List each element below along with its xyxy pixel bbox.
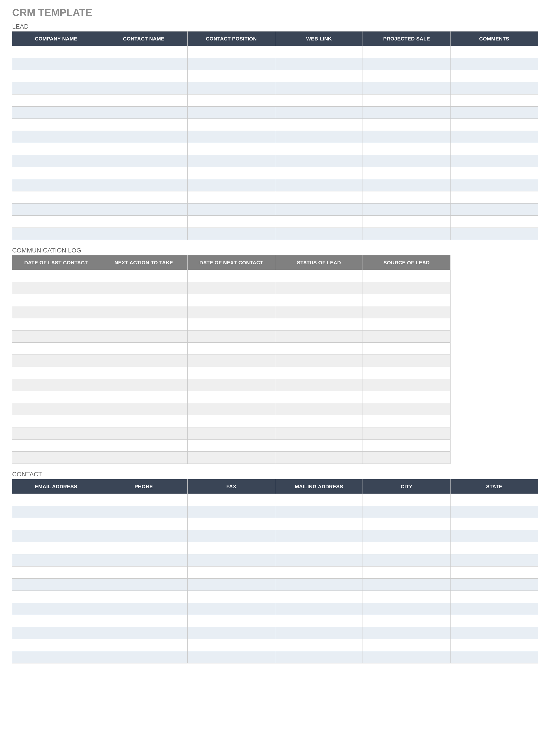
table-cell[interactable] xyxy=(450,82,538,95)
table-cell[interactable] xyxy=(100,131,187,143)
table-cell[interactable] xyxy=(100,379,187,391)
table-cell[interactable] xyxy=(100,191,187,203)
table-cell[interactable] xyxy=(12,282,100,294)
table-cell[interactable] xyxy=(363,591,450,603)
table-cell[interactable] xyxy=(12,555,100,567)
table-cell[interactable] xyxy=(12,155,100,167)
table-cell[interactable] xyxy=(275,203,363,216)
table-cell[interactable] xyxy=(275,131,363,143)
table-cell[interactable] xyxy=(363,143,450,155)
table-cell[interactable] xyxy=(187,391,275,403)
table-cell[interactable] xyxy=(12,639,100,651)
table-cell[interactable] xyxy=(187,318,275,331)
table-cell[interactable] xyxy=(187,367,275,379)
table-cell[interactable] xyxy=(363,306,450,318)
table-cell[interactable] xyxy=(363,131,450,143)
table-cell[interactable] xyxy=(187,46,275,58)
table-cell[interactable] xyxy=(100,542,187,555)
table-cell[interactable] xyxy=(450,506,538,518)
table-cell[interactable] xyxy=(187,415,275,427)
table-cell[interactable] xyxy=(363,494,450,506)
table-cell[interactable] xyxy=(100,506,187,518)
table-cell[interactable] xyxy=(187,203,275,216)
table-cell[interactable] xyxy=(450,191,538,203)
table-cell[interactable] xyxy=(450,567,538,579)
table-cell[interactable] xyxy=(450,95,538,107)
table-cell[interactable] xyxy=(187,355,275,367)
table-cell[interactable] xyxy=(187,639,275,651)
table-cell[interactable] xyxy=(187,518,275,530)
table-cell[interactable] xyxy=(12,107,100,119)
table-cell[interactable] xyxy=(363,203,450,216)
table-cell[interactable] xyxy=(12,82,100,95)
table-cell[interactable] xyxy=(12,191,100,203)
table-cell[interactable] xyxy=(100,651,187,663)
table-cell[interactable] xyxy=(12,294,100,306)
table-cell[interactable] xyxy=(275,530,363,542)
table-cell[interactable] xyxy=(275,95,363,107)
table-cell[interactable] xyxy=(363,46,450,58)
table-cell[interactable] xyxy=(187,107,275,119)
table-cell[interactable] xyxy=(100,119,187,131)
table-cell[interactable] xyxy=(450,216,538,228)
table-cell[interactable] xyxy=(450,143,538,155)
table-cell[interactable] xyxy=(450,155,538,167)
table-cell[interactable] xyxy=(275,391,363,403)
table-cell[interactable] xyxy=(275,306,363,318)
table-cell[interactable] xyxy=(12,331,100,343)
table-cell[interactable] xyxy=(187,155,275,167)
table-cell[interactable] xyxy=(12,306,100,318)
table-cell[interactable] xyxy=(275,567,363,579)
table-cell[interactable] xyxy=(187,403,275,415)
table-cell[interactable] xyxy=(12,452,100,464)
table-cell[interactable] xyxy=(187,143,275,155)
table-cell[interactable] xyxy=(363,270,450,282)
table-cell[interactable] xyxy=(275,343,363,355)
table-cell[interactable] xyxy=(275,282,363,294)
table-cell[interactable] xyxy=(187,440,275,452)
table-cell[interactable] xyxy=(275,294,363,306)
table-cell[interactable] xyxy=(275,651,363,663)
table-cell[interactable] xyxy=(275,427,363,440)
table-cell[interactable] xyxy=(450,228,538,240)
table-cell[interactable] xyxy=(363,615,450,627)
table-cell[interactable] xyxy=(450,579,538,591)
table-cell[interactable] xyxy=(12,567,100,579)
table-cell[interactable] xyxy=(187,343,275,355)
table-cell[interactable] xyxy=(275,119,363,131)
table-cell[interactable] xyxy=(363,579,450,591)
table-cell[interactable] xyxy=(100,46,187,58)
table-cell[interactable] xyxy=(100,452,187,464)
table-cell[interactable] xyxy=(275,603,363,615)
table-cell[interactable] xyxy=(275,216,363,228)
table-cell[interactable] xyxy=(187,306,275,318)
table-cell[interactable] xyxy=(12,518,100,530)
table-cell[interactable] xyxy=(100,555,187,567)
table-cell[interactable] xyxy=(187,131,275,143)
table-cell[interactable] xyxy=(100,270,187,282)
table-cell[interactable] xyxy=(12,58,100,70)
table-cell[interactable] xyxy=(12,391,100,403)
table-cell[interactable] xyxy=(100,306,187,318)
table-cell[interactable] xyxy=(363,639,450,651)
table-cell[interactable] xyxy=(363,427,450,440)
table-cell[interactable] xyxy=(12,440,100,452)
table-cell[interactable] xyxy=(12,46,100,58)
table-cell[interactable] xyxy=(275,452,363,464)
table-cell[interactable] xyxy=(450,203,538,216)
table-cell[interactable] xyxy=(100,331,187,343)
table-cell[interactable] xyxy=(363,82,450,95)
table-cell[interactable] xyxy=(12,95,100,107)
table-cell[interactable] xyxy=(100,155,187,167)
table-cell[interactable] xyxy=(187,82,275,95)
table-cell[interactable] xyxy=(100,318,187,331)
table-cell[interactable] xyxy=(12,318,100,331)
table-cell[interactable] xyxy=(363,379,450,391)
table-cell[interactable] xyxy=(363,651,450,663)
table-cell[interactable] xyxy=(363,95,450,107)
table-cell[interactable] xyxy=(187,567,275,579)
table-cell[interactable] xyxy=(12,591,100,603)
table-cell[interactable] xyxy=(12,615,100,627)
table-cell[interactable] xyxy=(100,107,187,119)
table-cell[interactable] xyxy=(12,506,100,518)
